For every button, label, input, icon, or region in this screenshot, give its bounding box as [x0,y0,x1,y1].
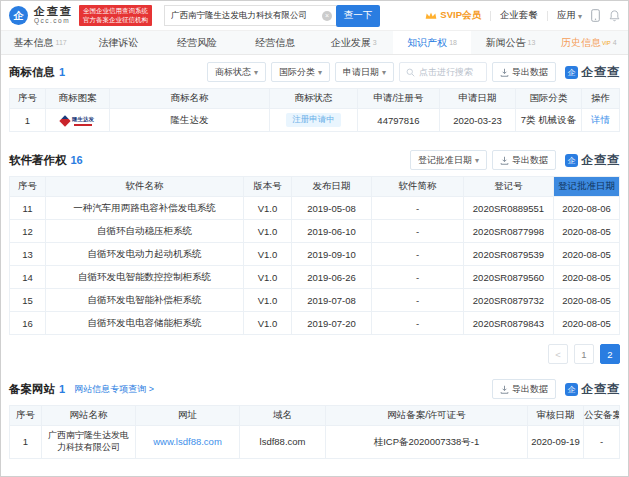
qcc-logo-icon: 企 [565,66,578,79]
search-icon [406,68,415,77]
table-search-input[interactable]: 点击进行搜索 [399,62,487,82]
tab-bar: 基本信息117法律诉讼经营风险经营信息企业发展3知识产权18新闻公告13历史信息… [1,30,628,55]
tab-count: 4 [613,39,617,46]
badge-line2: 官方备案企业征信机构 [83,16,148,24]
watermark-text: 企查查 [581,152,620,169]
svip-link[interactable]: SVIP会员 [425,9,481,22]
software-row: 14自循环发电智能数控控制柜系统V1.02019-06-26-2020SR087… [10,266,620,289]
chevron-down-icon [254,67,258,77]
col-name: 商标名称 [110,89,270,109]
search-input[interactable] [164,5,336,26]
intl-class-filter[interactable]: 国际分类 [271,62,330,82]
software-table-body: 11一种汽车用两路电容补偿发电系统V1.02019-05-08-2020SR08… [10,197,620,335]
cell-url: www.lsdf88.com [136,426,240,459]
software-cell: 11 [10,197,46,220]
trademark-logo-bar [74,124,92,126]
tab-label: 历史信息 [561,36,601,50]
pagination: < 1 2 [9,344,620,364]
cell-regno: 44797816 [358,109,440,132]
trademark-tools: 商标状态 国际分类 申请日期 点击进行搜索 导出数据 企 [207,62,620,82]
tab-知识产权[interactable]: 知识产权18 [393,31,471,54]
tab-count: 18 [449,39,457,46]
official-badge: 全国企业信用查询系统 官方备案企业征信机构 [79,5,152,26]
qcc-window: 企 企查查 Qcc.com 全国企业信用查询系统 官方备案企业征信机构 × 查一… [0,0,629,477]
software-cell: 2020SR0889551 [464,197,554,220]
software-cell: 2020SR0877998 [464,220,554,243]
col-url: 网址 [136,406,240,426]
col-domain: 域名 [240,406,326,426]
tab-label: 企业发展 [331,36,371,50]
tab-经营风险[interactable]: 经营风险 [158,31,236,54]
software-row: 12自循环自动稳压柜系统V1.02019-06-10-2020SR0877998… [10,220,620,243]
package-link[interactable]: 企业套餐 [500,9,538,22]
software-cell: V1.0 [244,266,292,289]
trademark-image: 隆生达发 [61,116,94,125]
search-placeholder: 点击进行搜索 [419,66,473,79]
software-cell: V1.0 [244,220,292,243]
tab-label: 基本信息 [14,36,54,50]
software-count: 16 [71,154,83,166]
filter-label: 申请日期 [343,66,379,79]
tab-基本信息[interactable]: 基本信息117 [1,31,79,54]
software-cell: 2020-08-05 [554,243,620,266]
qcc-logo-icon[interactable]: 企 [9,6,28,25]
software-section-header: 软件著作权 16 登记批准日期 导出数据 企 企查查 [9,150,620,170]
col-status: 商标状态 [270,89,358,109]
search-button[interactable]: 查一下 [336,5,380,27]
page-1-button[interactable]: 1 [574,344,594,364]
tab-经营信息[interactable]: 经营信息 [236,31,314,54]
trademark-count: 1 [59,66,65,78]
clear-icon[interactable]: × [322,11,332,21]
tab-企业发展[interactable]: 企业发展3 [315,31,393,54]
cell-domain: lsdf88.com [240,426,326,459]
software-tools: 登记批准日期 导出数据 企 企查查 [410,150,620,170]
filter-label: 登记批准日期 [418,154,472,167]
vip-badge: VIP [602,40,611,46]
tab-label: 经营风险 [177,36,217,50]
software-cell: 2019-09-10 [292,243,372,266]
export-data-button[interactable]: 导出数据 [492,150,556,170]
crown-icon [425,11,437,20]
tab-法律诉讼[interactable]: 法律诉讼 [79,31,157,54]
software-cell: V1.0 [244,289,292,312]
export-label: 导出数据 [512,66,548,79]
register-date-filter[interactable]: 登记批准日期 [410,150,487,170]
page-2-button[interactable]: 2 [600,344,620,364]
trademark-table-header: 序号 商标图案 商标名称 商标状态 申请/注册号 申请日期 国际分类 操作 [10,89,620,109]
trademark-logo-text: 隆生达发 [72,116,94,122]
badge-line1: 全国企业信用查询系统 [83,7,148,15]
cell-logo[interactable]: 隆生达发 [46,109,110,132]
website-link[interactable]: www.lsdf88.com [153,436,222,447]
export-data-button[interactable]: 导出数据 [492,379,556,399]
watermark-text: 企查查 [581,381,620,398]
tab-label: 经营信息 [255,36,295,50]
tab-历史信息[interactable]: 历史信息VIP4 [550,31,628,54]
software-cell: 12 [10,220,46,243]
col-register-date[interactable]: 登记批准日期 [554,177,620,197]
top-bar: 企 企查查 Qcc.com 全国企业信用查询系统 官方备案企业征信机构 × 查一… [1,1,628,30]
software-table-header: 序号 软件名称 版本号 发布日期 软件简称 登记号 登记批准日期 [10,177,620,197]
notification-bell-icon[interactable] [609,10,620,22]
cell-class: 7类 机械设备 [516,109,582,132]
detail-link[interactable]: 详情 [591,114,610,125]
mobile-app-icon[interactable] [591,9,600,22]
qcc-brand[interactable]: 企查查 Qcc.com [34,6,73,24]
apps-menu[interactable]: 应用 [557,9,582,22]
brand-domain: Qcc.com [34,18,73,25]
prev-page-button[interactable]: < [548,344,568,364]
software-cell: - [372,220,464,243]
software-row: 16自循环发电电容储能柜系统V1.02019-07-20-2020SR08798… [10,312,620,335]
apply-date-filter[interactable]: 申请日期 [335,62,394,82]
chevron-down-icon [318,67,322,77]
software-cell: - [372,197,464,220]
website-query-link[interactable]: 网站信息专项查询 > [74,383,154,396]
tab-新闻公告[interactable]: 新闻公告13 [471,31,549,54]
col-publish-date: 发布日期 [292,177,372,197]
content: 商标信息 1 商标状态 国际分类 申请日期 点击进行搜索 导出数据 [1,62,628,459]
trademark-status-filter[interactable]: 商标状态 [207,62,266,82]
software-cell: 13 [10,243,46,266]
svip-label: SVIP会员 [440,9,481,22]
trademark-row: 1 隆生达发 隆生达发 注册申请中 44797816 2020-03-23 7类… [10,109,620,132]
export-data-button[interactable]: 导出数据 [492,62,556,82]
col-regno: 申请/注册号 [358,89,440,109]
